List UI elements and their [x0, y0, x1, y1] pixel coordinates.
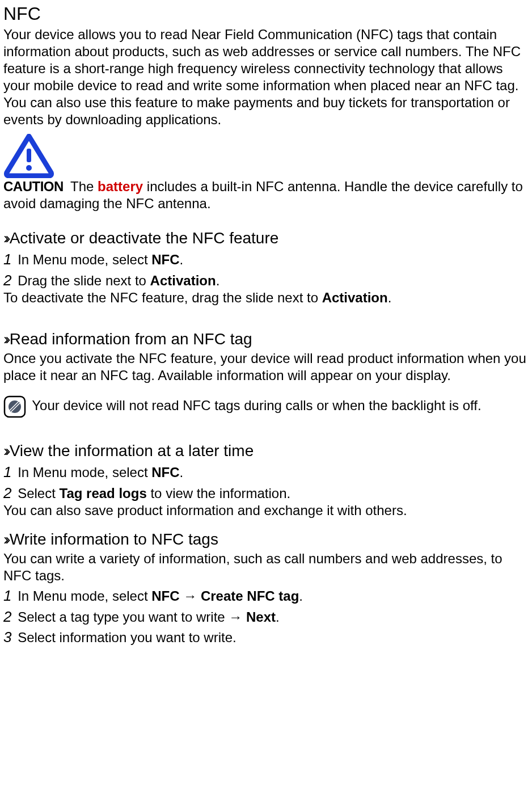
section-heading-read: ››Read information from an NFC tag — [3, 329, 529, 349]
step-text-c: to view the information. — [147, 486, 290, 501]
step-2: 2 Select Tag read logs to view the infor… — [3, 484, 529, 503]
read-body: Once you activate the NFC feature, your … — [3, 350, 529, 384]
caution-block: CAUTION The battery includes a built-in … — [3, 134, 529, 212]
deact-b: Activation — [322, 290, 388, 305]
page-title: NFC — [3, 2, 529, 25]
deact-c: . — [388, 290, 392, 305]
heading-text: Activate or deactivate the NFC feature — [10, 229, 279, 247]
chevron-icon: ›› — [3, 229, 7, 247]
step-2: 2 Select a tag type you want to write → … — [3, 608, 529, 626]
step-number: 2 — [3, 272, 11, 289]
heading-text: Read information from an NFC tag — [10, 330, 252, 348]
note-text: Your device will not read NFC tags durin… — [28, 398, 482, 413]
step-text-b: NFC → Create NFC tag — [151, 588, 299, 604]
section-heading-view: ››View the information at a later time — [3, 441, 529, 461]
chevron-icon: ›› — [3, 442, 7, 459]
step-text-b: Tag read logs — [60, 486, 147, 501]
deact-a: To deactivate the NFC feature, drag the … — [3, 290, 322, 305]
step-1: 1 In Menu mode, select NFC → Create NFC … — [3, 587, 529, 605]
step-text-a: In Menu mode, select — [14, 588, 151, 604]
step-text-b: Next — [246, 609, 276, 625]
step-number: 1 — [3, 251, 11, 268]
svg-point-1 — [26, 165, 32, 171]
step-text-a: Select information you want to write. — [14, 630, 236, 645]
caution-highlight: battery — [98, 179, 143, 194]
deactivate-text: To deactivate the NFC feature, drag the … — [3, 289, 529, 306]
caution-pre: The — [67, 179, 98, 194]
step-text-b: NFC — [151, 252, 179, 267]
step-text-c: . — [180, 252, 184, 267]
caution-label: CAUTION — [3, 179, 64, 194]
step-text-c: . — [299, 588, 303, 604]
write-body: You can write a variety of information, … — [3, 550, 529, 584]
step-text-c: . — [276, 609, 280, 625]
heading-text: View the information at a later time — [10, 442, 254, 459]
note-block: Your device will not read NFC tags durin… — [3, 395, 529, 418]
step-text-c: . — [180, 465, 184, 480]
step-2: 2 Drag the slide next to Activation. — [3, 271, 529, 290]
step-3: 3 Select information you want to write. — [3, 628, 529, 647]
step-text-c: . — [216, 273, 220, 288]
step-text-a: Drag the slide next to — [14, 273, 150, 288]
step-text-b: NFC — [151, 465, 179, 480]
step-text-a: In Menu mode, select — [14, 465, 151, 480]
step-1: 1 In Menu mode, select NFC. — [3, 250, 529, 269]
step-text-a: In Menu mode, select — [14, 252, 151, 267]
caution-icon — [3, 134, 529, 178]
step-text-a: Select a tag type you want to write → — [14, 609, 246, 625]
step-number: 2 — [3, 484, 11, 501]
note-icon — [3, 395, 26, 418]
step-text-b: Activation — [150, 273, 216, 288]
step-number: 3 — [3, 629, 11, 646]
view-footer: You can also save product information an… — [3, 502, 529, 519]
step-number: 2 — [3, 608, 11, 625]
chevron-icon: ›› — [3, 330, 7, 348]
section-heading-activate: ››Activate or deactivate the NFC feature — [3, 228, 529, 248]
step-text-a: Select — [14, 486, 59, 501]
svg-rect-0 — [27, 149, 31, 162]
intro-paragraph: Your device allows you to read Near Fiel… — [3, 26, 529, 128]
heading-text: Write information to NFC tags — [10, 530, 218, 548]
step-1: 1 In Menu mode, select NFC. — [3, 463, 529, 482]
section-heading-write: ››Write information to NFC tags — [3, 529, 529, 549]
step-number: 1 — [3, 463, 11, 480]
chevron-icon: ›› — [3, 530, 7, 548]
caution-text: CAUTION The battery includes a built-in … — [3, 178, 529, 212]
step-number: 1 — [3, 587, 11, 604]
